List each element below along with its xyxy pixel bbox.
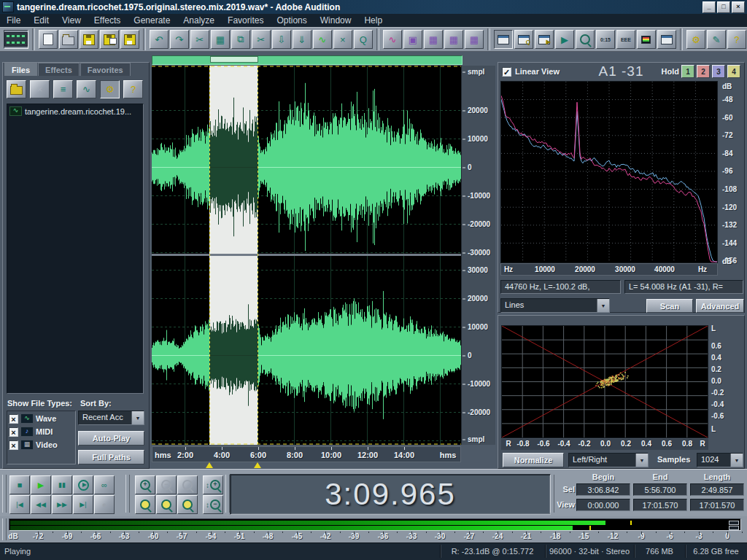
zoom-grip[interactable] [125, 475, 130, 513]
overview-thumb[interactable] [210, 56, 258, 63]
hold-4-button[interactable]: 4 [727, 65, 740, 78]
save-selection-button[interactable] [120, 30, 139, 49]
checkbox-video[interactable]: × [9, 440, 18, 450]
menu-effects[interactable]: Effects [88, 14, 127, 27]
advanced-button[interactable]: Advanced [696, 299, 744, 313]
restore-button[interactable]: □ [717, 1, 730, 13]
trim-button[interactable]: ▦ [211, 30, 230, 49]
menu-options[interactable]: Options [270, 14, 313, 27]
zoom-out-button[interactable]: − [156, 475, 177, 494]
scan-button[interactable]: Scan [646, 299, 693, 313]
linear-view-checkbox[interactable]: ✓ [502, 67, 511, 77]
zoom-to-selection-button[interactable] [135, 495, 155, 514]
left-clip-indicator[interactable] [729, 521, 739, 525]
show-cue-list-button[interactable]: ▶ [535, 30, 554, 49]
rewind-button[interactable]: ◀◀ [31, 495, 51, 514]
menu-file[interactable]: File [0, 14, 27, 27]
checkbox-wave[interactable]: × [9, 414, 18, 424]
display-mode-dropdown[interactable]: Lines ▼ [500, 298, 610, 313]
record-button[interactable]: ● [94, 495, 115, 514]
undo-button[interactable]: ↶ [150, 30, 169, 49]
go-to-end-button[interactable]: ▶| [73, 495, 93, 514]
hold-3-button[interactable]: 3 [712, 65, 725, 78]
show-file-info-button[interactable]: Q [514, 30, 533, 49]
meter-grip[interactable] [2, 518, 7, 540]
go-to-beginning-button[interactable]: |◀ [9, 495, 30, 514]
tab-favorites[interactable]: Favorites [80, 63, 131, 76]
spectrum-graph[interactable] [500, 81, 718, 263]
meter-bars[interactable] [9, 518, 741, 531]
fast-forward-button[interactable]: ▶▶ [52, 495, 72, 514]
view-begin-field[interactable]: 0:00.000 [576, 499, 630, 511]
new-file-button[interactable] [39, 30, 58, 49]
save-file-button[interactable] [80, 30, 98, 49]
show-sel-view-button[interactable]: EEE [616, 30, 635, 49]
show-placekeeper-button[interactable] [657, 30, 676, 49]
sel-end-field[interactable]: 5:56.700 [633, 483, 687, 496]
waveform-display[interactable] [152, 66, 461, 445]
copy-button[interactable]: ⧉ [231, 30, 250, 49]
file-list[interactable]: ∿tangerine.dream.ricochet.19... [7, 104, 144, 394]
transport-grip[interactable] [2, 475, 7, 513]
selection-start-marker[interactable] [206, 462, 213, 468]
save-as-button[interactable] [100, 30, 119, 49]
organizer-help-button[interactable]: ? [123, 80, 143, 98]
sel-begin-field[interactable]: 3:06.842 [576, 483, 630, 496]
channel-mode-dropdown[interactable]: Left/Right ▼ [568, 453, 649, 467]
effects-rack-2-button[interactable]: ▦ [444, 30, 463, 49]
menu-view[interactable]: View [55, 14, 88, 27]
zoom-sel-right-button[interactable] [177, 495, 198, 514]
show-organizer-button[interactable] [494, 30, 513, 49]
overview-scroll-bar[interactable] [152, 55, 462, 65]
vertical-zoom-out-button[interactable]: ↕− [203, 495, 223, 514]
show-zoom-button[interactable] [576, 30, 595, 49]
phase-scope[interactable] [501, 325, 708, 438]
pause-button[interactable]: ▮▮ [52, 475, 72, 494]
stop-button[interactable]: ■ [9, 475, 30, 494]
organizer-options-button[interactable]: ⚙ [100, 80, 120, 98]
sel-length-field[interactable]: 2:49.857 [690, 483, 744, 496]
close-file-button[interactable]: × [30, 80, 50, 98]
delete-selection-button[interactable]: × [333, 30, 352, 49]
scripts-button[interactable]: ✎ [707, 30, 726, 49]
auto-play-button[interactable]: Auto-Play [78, 431, 144, 446]
full-paths-button[interactable]: Full Paths [78, 450, 144, 464]
view-length-field[interactable]: 17:01.570 [690, 499, 744, 511]
menu-favorites[interactable]: Favorites [221, 14, 270, 27]
file-list-item[interactable]: ∿tangerine.dream.ricochet.19... [9, 106, 142, 117]
edit-envelope-button[interactable]: ∿ [383, 30, 402, 49]
effects-checkbox-button[interactable]: ▣ [403, 30, 422, 49]
time-display[interactable]: 3:09.965 [230, 474, 551, 515]
split-button[interactable]: ✂ [252, 30, 271, 49]
menu-window[interactable]: Window [314, 14, 358, 27]
menu-analyze[interactable]: Analyze [177, 14, 221, 27]
insert-audio-button[interactable]: ∿ [77, 80, 96, 98]
normalize-button[interactable]: Normalize [503, 453, 564, 467]
display-mode-arrow-icon[interactable]: ▼ [597, 299, 609, 312]
sort-by-arrow-icon[interactable]: ▼ [131, 411, 144, 424]
close-button[interactable]: × [732, 1, 745, 13]
show-levels-button[interactable] [637, 30, 656, 49]
tab-files[interactable]: Files [4, 63, 37, 76]
minimize-button[interactable]: _ [703, 1, 716, 13]
menu-edit[interactable]: Edit [27, 14, 55, 27]
open-folder-button[interactable] [7, 80, 26, 98]
paste-to-new-button[interactable]: ∿ [313, 30, 332, 49]
play-button[interactable]: ▶ [31, 475, 51, 494]
vertical-zoom-in-button[interactable]: ↕+ [203, 475, 223, 494]
cut-button[interactable]: ✂ [190, 30, 209, 49]
selection-end-marker[interactable] [254, 462, 261, 468]
sort-by-dropdown[interactable]: Recent Acc ▼ [78, 411, 144, 425]
play-from-cursor-button[interactable] [73, 475, 93, 494]
mix-paste-button[interactable]: ⇓ [293, 30, 311, 49]
view-end-field[interactable]: 17:01.570 [633, 499, 687, 511]
checkbox-midi[interactable]: × [9, 427, 18, 437]
channel-mode-arrow-icon[interactable]: ▼ [635, 454, 648, 467]
paste-button[interactable]: ⇩ [272, 30, 291, 49]
settings-button[interactable]: ⚙ [686, 30, 705, 49]
hold-2-button[interactable]: 2 [697, 65, 710, 78]
show-time-button[interactable]: 0:15 [596, 30, 615, 49]
samples-dropdown[interactable]: 1024 ▼ [697, 453, 743, 467]
insert-to-multitrack-button[interactable]: ≡ [53, 80, 73, 98]
edit-view-toggle-button[interactable] [4, 30, 28, 49]
